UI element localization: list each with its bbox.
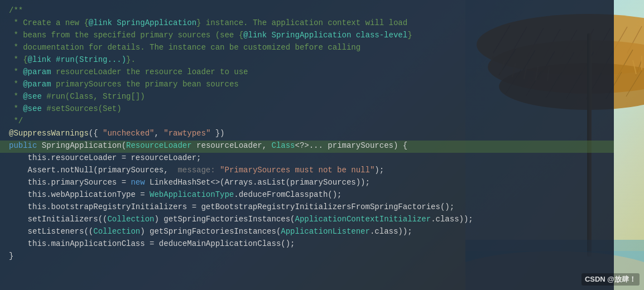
code-line-12: public SpringApplication(ResourceLoader … xyxy=(0,141,614,153)
code-line-1: /** xyxy=(0,6,614,18)
code-line-16: this.webApplicationType = WebApplication… xyxy=(0,190,614,202)
code-line-14: Assert.notNull(primarySources, message: … xyxy=(0,165,614,177)
watermark: CSDN @放肆！ xyxy=(581,273,640,286)
code-line-5: * {@link #run(String...)}. xyxy=(0,55,614,67)
code-line-18: setInitializers((Collection) getSpringFa… xyxy=(0,214,614,226)
code-line-3: * beans from the specified primary sourc… xyxy=(0,30,614,42)
code-line-21: } xyxy=(0,251,614,263)
code-line-4: * documentation for details. The instanc… xyxy=(0,42,614,55)
code-line-6: * @param resourceLoader the resource loa… xyxy=(0,67,614,79)
code-line-19: setListeners((Collection) getSpringFacto… xyxy=(0,226,614,239)
code-line-13: this.resourceLoader = resourceLoader; xyxy=(0,153,614,165)
code-line-2: * Create a new {@link SpringApplication}… xyxy=(0,18,614,30)
code-line-7: * @param primarySources the primary bean… xyxy=(0,79,614,91)
code-line-11: @SuppressWarnings({ "unchecked", "rawtyp… xyxy=(0,128,614,141)
code-line-15: this.primarySources = new LinkedHashSet<… xyxy=(0,177,614,190)
code-line-8: * @see #run(Class, String[]) xyxy=(0,91,614,104)
code-panel: /** * Create a new {@link SpringApplicat… xyxy=(0,0,614,290)
line-text: /** xyxy=(9,6,23,15)
code-line-9: * @see #setSources(Set) xyxy=(0,104,614,116)
code-line-20: this.mainApplicationClass = deduceMainAp… xyxy=(0,239,614,251)
code-line-10: */ xyxy=(0,116,614,128)
code-line-17: this.bootstrapRegistryInitializers = get… xyxy=(0,202,614,214)
line-text: * Create a new { xyxy=(9,18,89,27)
